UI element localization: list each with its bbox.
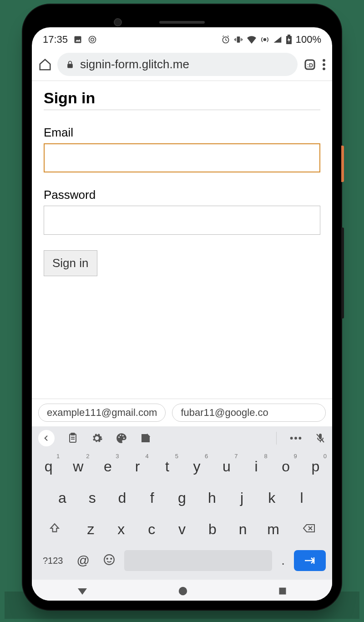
- key-a[interactable]: a: [48, 484, 76, 509]
- period-key[interactable]: .: [277, 547, 289, 574]
- svg-rect-26: [71, 433, 75, 435]
- svg-line-6: [226, 40, 227, 41]
- svg-point-32: [123, 437, 125, 439]
- signal-icon: [273, 35, 282, 44]
- gear-icon[interactable]: [91, 432, 103, 444]
- key-g[interactable]: g: [168, 484, 196, 509]
- emoji-key[interactable]: [99, 547, 120, 574]
- suggestion-chip[interactable]: fubar11@google.co: [172, 404, 326, 422]
- enter-key[interactable]: [294, 550, 326, 571]
- key-l[interactable]: l: [288, 484, 316, 509]
- key-k[interactable]: k: [258, 484, 286, 509]
- vibrate-icon: [234, 35, 243, 44]
- key-d[interactable]: d: [108, 484, 136, 509]
- key-c[interactable]: c: [137, 516, 166, 541]
- key-j[interactable]: j: [228, 484, 256, 509]
- key-x[interactable]: x: [107, 516, 136, 541]
- battery-percent: 100%: [296, 34, 321, 46]
- key-e[interactable]: 3e: [94, 453, 121, 478]
- key-b[interactable]: b: [198, 516, 227, 541]
- key-p[interactable]: 0p: [302, 453, 329, 478]
- svg-point-36: [298, 437, 301, 440]
- battery-icon: [286, 35, 292, 45]
- key-w[interactable]: 2w: [64, 453, 92, 478]
- key-o[interactable]: 9o: [272, 453, 300, 478]
- home-icon[interactable]: [38, 58, 52, 71]
- sticker-icon[interactable]: [140, 433, 151, 444]
- password-label: Password: [44, 188, 320, 202]
- svg-text::D: :D: [307, 62, 313, 69]
- autofill-suggestions: example111@gmail.com fubar11@google.co: [32, 399, 332, 426]
- email-input[interactable]: [44, 143, 320, 172]
- svg-point-42: [104, 555, 114, 565]
- key-v[interactable]: v: [168, 516, 197, 541]
- suggestion-chip[interactable]: example111@gmail.com: [38, 404, 166, 422]
- svg-point-2: [89, 36, 96, 43]
- image-icon: [73, 35, 82, 44]
- key-u[interactable]: 7u: [212, 453, 240, 478]
- svg-rect-49: [279, 588, 286, 595]
- svg-rect-0: [75, 36, 81, 43]
- palette-icon[interactable]: [116, 432, 127, 444]
- svg-point-48: [179, 587, 187, 595]
- url-text: signin-form.glitch.me: [80, 57, 189, 71]
- url-bar[interactable]: signin-form.glitch.me: [57, 53, 298, 76]
- svg-marker-47: [78, 588, 87, 595]
- at-key[interactable]: @: [72, 547, 94, 574]
- svg-rect-17: [288, 35, 290, 36]
- hotspot-icon: [260, 35, 269, 44]
- menu-icon[interactable]: [322, 58, 326, 71]
- key-i[interactable]: 8i: [242, 453, 270, 478]
- signin-button[interactable]: Sign in: [44, 250, 97, 276]
- tabs-icon[interactable]: :D: [303, 58, 317, 71]
- shift-key[interactable]: [35, 516, 75, 541]
- lock-icon: [66, 60, 75, 70]
- android-navbar: [32, 580, 332, 601]
- svg-point-24: [323, 67, 325, 70]
- svg-line-7: [222, 36, 224, 37]
- key-s[interactable]: s: [78, 484, 106, 509]
- svg-point-35: [294, 437, 297, 440]
- home-nav-icon[interactable]: [178, 586, 188, 596]
- svg-point-22: [323, 59, 325, 61]
- key-n[interactable]: n: [228, 516, 257, 541]
- key-m[interactable]: m: [259, 516, 288, 541]
- svg-marker-33: [147, 435, 149, 436]
- keyboard: example111@gmail.com fubar11@google.co 1…: [32, 399, 332, 601]
- chrome-icon: [88, 35, 97, 44]
- key-r[interactable]: 4r: [124, 453, 152, 478]
- svg-point-3: [91, 38, 94, 41]
- key-t[interactable]: 5t: [153, 453, 181, 478]
- back-nav-icon[interactable]: [77, 587, 88, 596]
- key-q[interactable]: 1q: [35, 453, 62, 478]
- svg-point-23: [323, 63, 325, 66]
- keyboard-toolbar: [32, 426, 332, 450]
- recent-nav-icon[interactable]: [278, 587, 287, 596]
- page-content: Sign in Email Password Sign in: [32, 81, 332, 399]
- svg-point-31: [122, 435, 124, 436]
- svg-point-30: [120, 435, 121, 436]
- email-label: Email: [44, 126, 320, 140]
- symbols-key[interactable]: ?123: [38, 549, 68, 572]
- alarm-icon: [221, 35, 230, 44]
- key-z[interactable]: z: [76, 516, 105, 541]
- svg-point-29: [118, 436, 120, 438]
- svg-marker-15: [273, 36, 281, 42]
- backspace-key[interactable]: [289, 516, 329, 541]
- key-y[interactable]: 6y: [183, 453, 211, 478]
- page-title: Sign in: [44, 89, 320, 110]
- svg-line-8: [228, 36, 229, 37]
- svg-point-34: [290, 437, 293, 440]
- more-icon[interactable]: [289, 436, 302, 440]
- svg-rect-9: [237, 36, 240, 42]
- browser-toolbar: signin-form.glitch.me :D: [32, 48, 332, 81]
- svg-rect-19: [67, 64, 73, 68]
- clipboard-icon[interactable]: [67, 432, 78, 444]
- svg-point-44: [111, 558, 111, 559]
- key-h[interactable]: h: [198, 484, 226, 509]
- password-input[interactable]: [44, 206, 320, 235]
- collapse-icon[interactable]: [38, 430, 55, 446]
- key-f[interactable]: f: [138, 484, 166, 509]
- space-key[interactable]: [124, 550, 272, 571]
- mic-off-icon[interactable]: [315, 432, 326, 444]
